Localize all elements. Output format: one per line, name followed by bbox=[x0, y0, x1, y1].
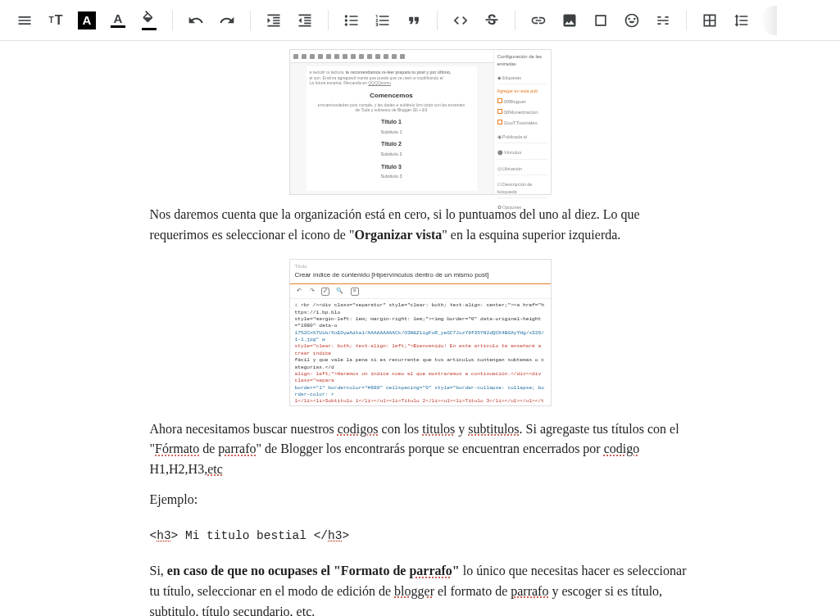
line-height-icon[interactable] bbox=[726, 6, 756, 35]
hr-icon[interactable] bbox=[648, 6, 678, 35]
text-size-icon[interactable]: TT bbox=[41, 6, 70, 35]
separator bbox=[515, 11, 515, 30]
separator bbox=[686, 11, 687, 30]
table-icon[interactable] bbox=[695, 6, 724, 35]
overflow-more[interactable] bbox=[761, 6, 777, 35]
text-bg-icon[interactable]: A bbox=[72, 6, 102, 35]
paragraph-alternative: Si, en caso de que no ocupases el "Forma… bbox=[150, 561, 691, 616]
editor-content[interactable]: a reducir tu lectura, te recomendamos re… bbox=[0, 41, 840, 616]
text-color-icon[interactable]: A bbox=[103, 6, 133, 35]
emoji-icon[interactable] bbox=[617, 6, 647, 35]
separator bbox=[250, 11, 251, 30]
paragraph-search-codes: Ahora necesitamos buscar nuestros codigo… bbox=[150, 419, 691, 480]
video-icon[interactable] bbox=[586, 6, 615, 35]
embedded-screenshot-2: Título Crear índice de contenido [Hiperv… bbox=[289, 259, 552, 406]
embedded-screenshot-1: a reducir tu lectura, te recomendamos re… bbox=[289, 49, 552, 195]
code-icon[interactable] bbox=[446, 6, 475, 35]
quote-icon[interactable] bbox=[399, 6, 429, 35]
paragraph-organize: Nos daremos cuenta que la organización e… bbox=[150, 205, 691, 246]
undo-icon[interactable] bbox=[181, 6, 211, 35]
indent-increase-icon[interactable] bbox=[259, 6, 288, 35]
separator bbox=[172, 11, 173, 30]
code-example: <h3> Mi titulo bestial </h3> bbox=[150, 527, 691, 545]
fill-color-icon[interactable] bbox=[134, 6, 164, 35]
link-icon[interactable] bbox=[524, 6, 553, 35]
separator bbox=[328, 11, 329, 30]
image-icon[interactable] bbox=[555, 6, 584, 35]
editor-toolbar: TT A A bbox=[0, 0, 840, 41]
redo-icon[interactable] bbox=[212, 6, 242, 35]
numbered-list-icon[interactable] bbox=[368, 6, 397, 35]
menu-icon[interactable] bbox=[10, 6, 39, 35]
strikethrough-icon[interactable] bbox=[477, 6, 506, 35]
separator bbox=[437, 11, 438, 30]
bullet-list-icon[interactable] bbox=[337, 6, 366, 35]
example-label: Ejemplo: bbox=[150, 490, 691, 510]
indent-decrease-icon[interactable] bbox=[290, 6, 320, 35]
